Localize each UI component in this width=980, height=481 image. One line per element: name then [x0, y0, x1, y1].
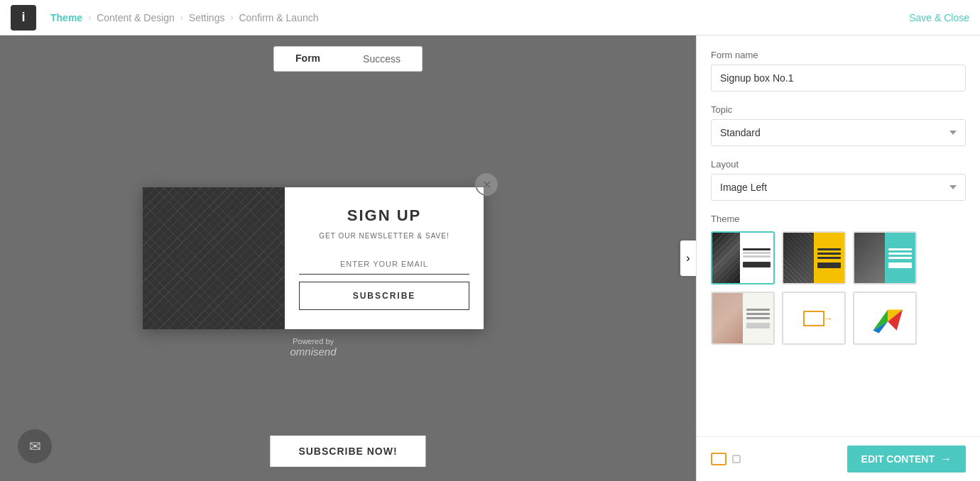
popup-form: SIGN UP GET OUR NEWSLETTER & SAVE! SUBSC…	[143, 187, 484, 329]
theme-3-btn	[888, 262, 912, 268]
layout-group: Layout Image Left	[711, 159, 966, 201]
theme-card-4[interactable]	[711, 292, 775, 345]
theme-1-line-1	[743, 248, 771, 250]
preview-arrow-toggle[interactable]: ›	[680, 240, 696, 276]
theme-card-6[interactable]	[853, 292, 917, 345]
theme-4-line-1	[746, 309, 770, 311]
breadcrumb-theme[interactable]: Theme	[50, 12, 82, 23]
popup-content: SIGN UP GET OUR NEWSLETTER & SAVE! SUBSC…	[285, 187, 484, 329]
theme-4-image	[712, 293, 743, 343]
tab-success[interactable]: Success	[342, 47, 422, 71]
popup-image	[143, 187, 285, 329]
theme-4-line-2	[746, 313, 770, 315]
powered-by-text: Powered by	[290, 337, 336, 345]
top-nav: i Theme › Content & Design › Settings › …	[0, 0, 980, 35]
save-close-button[interactable]: Save & Close	[909, 12, 969, 23]
popup-title: SIGN UP	[347, 206, 421, 225]
theme-2-content	[814, 233, 844, 283]
theme-card-2[interactable]	[782, 231, 846, 284]
cta-button[interactable]: SUBSCRIBE NOW!	[270, 436, 425, 467]
bird-icon	[867, 301, 903, 336]
email-input[interactable]	[299, 254, 469, 275]
omnisend-brand: omnisend	[290, 345, 336, 358]
edit-content-button[interactable]: EDIT CONTENT →	[847, 446, 966, 472]
theme-2-line-2	[817, 253, 841, 255]
chevron-right-icon: ›	[686, 252, 690, 265]
breadcrumb-content-design[interactable]: Content & Design	[97, 12, 175, 23]
theme-card-1[interactable]	[711, 231, 775, 284]
logo-icon: i	[21, 10, 25, 25]
theme-5-box: →	[803, 311, 824, 326]
theme-2-image	[783, 233, 814, 283]
right-panel: Form name Topic Standard Layout Image Le…	[696, 35, 980, 481]
close-button[interactable]: ✕	[475, 173, 498, 196]
preview-tabs: Form Success	[273, 46, 423, 72]
popup-wrapper: ✕ SIGN UP GET OUR NEWSLETTER & SAVE! SUB…	[143, 187, 484, 329]
theme-card-3[interactable]	[853, 231, 917, 284]
theme-grid: →	[711, 231, 966, 345]
topic-group: Topic Standard	[711, 104, 966, 146]
mobile-icon[interactable]	[732, 455, 741, 463]
theme-card-5[interactable]: →	[782, 292, 846, 345]
theme-1-line-2	[743, 252, 771, 254]
theme-group: Theme	[711, 214, 966, 345]
theme-3-content	[885, 233, 915, 283]
breadcrumb-settings[interactable]: Settings	[189, 12, 225, 23]
footer-icons	[711, 453, 741, 465]
subscribe-button[interactable]: SUBSCRIBE	[299, 282, 469, 310]
theme-6-content	[854, 293, 915, 343]
theme-2-btn	[817, 262, 841, 268]
panel-body: Form name Topic Standard Layout Image Le…	[697, 35, 980, 436]
theme-2-line-3	[817, 257, 841, 259]
theme-4-content	[743, 293, 773, 343]
layout-label: Layout	[711, 159, 966, 170]
powered-by: Powered by omnisend	[290, 337, 336, 358]
logo: i	[11, 5, 36, 31]
form-name-input[interactable]	[711, 65, 966, 92]
theme-1-btn	[743, 262, 771, 267]
popup-subtitle: GET OUR NEWSLETTER & SAVE!	[319, 232, 449, 240]
theme-3-line-1	[888, 248, 912, 250]
topic-select[interactable]: Standard	[711, 119, 966, 146]
theme-5-content: →	[783, 293, 844, 343]
form-name-group: Form name	[711, 50, 966, 92]
theme-2-line-1	[817, 248, 841, 250]
theme-4-btn	[746, 323, 770, 328]
desktop-icon[interactable]	[711, 453, 726, 465]
arrow-icon: →	[823, 313, 833, 324]
panel-footer: EDIT CONTENT →	[697, 436, 980, 481]
mail-icon[interactable]: ✉	[18, 429, 52, 463]
breadcrumb-confirm[interactable]: Confirm & Launch	[239, 12, 318, 23]
sep-2: ›	[180, 13, 183, 23]
theme-1-content	[740, 233, 773, 283]
topic-label: Topic	[711, 104, 966, 115]
edit-content-label: EDIT CONTENT	[861, 453, 935, 465]
preview-area: Form Success › ✕ SIGN UP GET OUR NEWSLET…	[0, 35, 696, 481]
tab-form[interactable]: Form	[274, 47, 342, 71]
theme-3-line-3	[888, 257, 912, 259]
theme-3-line-2	[888, 253, 912, 255]
breadcrumb: Theme › Content & Design › Settings › Co…	[50, 12, 909, 23]
arch-pattern-bg	[143, 187, 285, 329]
bottom-cta: SUBSCRIBE NOW!	[270, 436, 425, 467]
sep-1: ›	[88, 13, 91, 23]
theme-1-image	[712, 233, 740, 283]
theme-4-line-3	[746, 317, 770, 319]
layout-select[interactable]: Image Left	[711, 174, 966, 201]
sep-3: ›	[230, 13, 233, 23]
edit-arrow-icon: →	[940, 453, 952, 465]
main-wrapper: Form Success › ✕ SIGN UP GET OUR NEWSLET…	[0, 35, 980, 481]
theme-1-line-3	[743, 255, 771, 258]
theme-3-image	[854, 233, 885, 283]
form-name-label: Form name	[711, 50, 966, 60]
theme-label: Theme	[711, 214, 966, 224]
